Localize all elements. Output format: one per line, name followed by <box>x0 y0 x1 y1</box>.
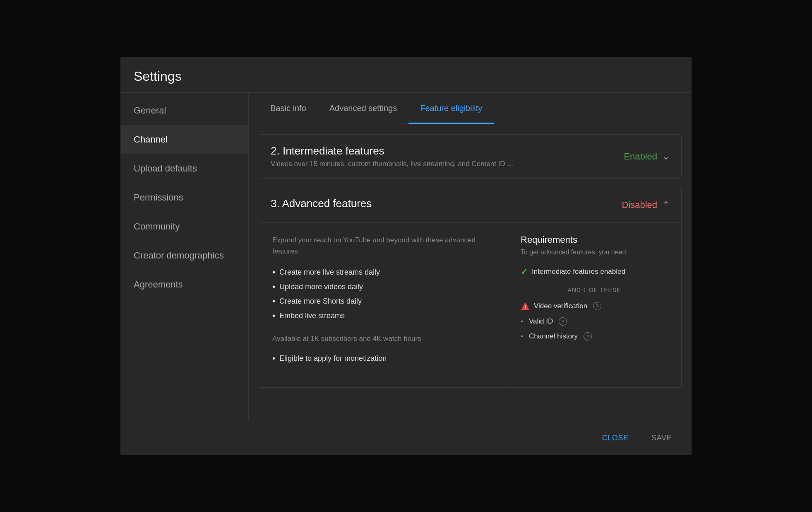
sidebar-item-agreements[interactable]: Agreements <box>120 270 248 299</box>
req-intermediate-label: Intermediate features enabled <box>532 268 625 276</box>
bullet-icon: • <box>521 332 523 341</box>
req-item-video-verification: ! Video verification ? <box>521 298 668 314</box>
advanced-sub-desc: Available at 1K subscribers and 4K watch… <box>272 333 494 344</box>
advanced-features-body: Expand your reach on YouTube and beyond … <box>259 222 681 387</box>
advanced-sub-list: Eligible to apply for monetization <box>272 351 494 366</box>
intermediate-chevron-down-icon: ⌄ <box>662 151 670 162</box>
sidebar-item-channel[interactable]: Channel <box>120 125 248 154</box>
sidebar: General Channel Upload defaults Permissi… <box>120 93 249 421</box>
settings-dialog: Settings General Channel Upload defaults… <box>120 57 692 455</box>
intermediate-features-title: 2. Intermediate features <box>271 145 624 157</box>
req-valid-id-label: Valid ID <box>529 317 553 326</box>
tab-feature-eligibility[interactable]: Feature eligibility <box>408 93 494 124</box>
sidebar-item-creator-demographics[interactable]: Creator demographics <box>120 241 248 270</box>
divider-line-left <box>521 290 564 290</box>
advanced-features-title-block: 3. Advanced features <box>271 197 622 213</box>
tab-basic-info[interactable]: Basic info <box>259 93 318 124</box>
req-channel-history-label: Channel history <box>529 332 578 341</box>
sidebar-item-upload-defaults[interactable]: Upload defaults <box>120 154 248 183</box>
valid-id-help-icon[interactable]: ? <box>559 317 567 326</box>
tabs: Basic info Advanced settings Feature eli… <box>249 93 692 124</box>
and-label: AND 1 OF THESE <box>568 287 621 293</box>
req-item-intermediate: ✓ Intermediate features enabled <box>521 263 668 280</box>
advanced-desc: Expand your reach on YouTube and beyond … <box>272 234 494 257</box>
dialog-footer: CLOSE SAVE <box>120 421 692 455</box>
tab-advanced-settings[interactable]: Advanced settings <box>318 93 408 124</box>
advanced-status-label: Disabled <box>622 200 657 210</box>
warning-icon: ! <box>521 302 530 311</box>
video-verification-help-icon[interactable]: ? <box>593 302 601 310</box>
intermediate-features-header[interactable]: 2. Intermediate features Videos over 15 … <box>259 135 681 178</box>
advanced-features-left: Expand your reach on YouTube and beyond … <box>259 223 507 387</box>
divider-line-right <box>625 290 668 290</box>
save-button[interactable]: SAVE <box>645 430 678 447</box>
check-icon: ✓ <box>521 267 528 277</box>
feature-list-item: Embed live streams <box>272 309 494 323</box>
feature-sub-list-item: Eligible to apply for monetization <box>272 351 494 366</box>
intermediate-status-label: Enabled <box>624 151 657 162</box>
dialog-header: Settings <box>120 57 692 93</box>
main-content: Basic info Advanced settings Feature eli… <box>249 93 692 421</box>
advanced-features-header[interactable]: 3. Advanced features Disabled ⌃ <box>259 187 681 222</box>
intermediate-features-title-block: 2. Intermediate features Videos over 15 … <box>271 145 624 168</box>
and-divider: AND 1 OF THESE <box>521 287 668 293</box>
advanced-chevron-up-icon: ⌃ <box>662 200 670 210</box>
advanced-features-list: Create more live streams daily Upload mo… <box>272 265 494 323</box>
dialog-body: General Channel Upload defaults Permissi… <box>120 93 692 421</box>
intermediate-features-subtitle: Videos over 15 minutes, custom thumbnail… <box>271 160 624 168</box>
feature-list-item: Create more Shorts daily <box>272 294 494 309</box>
sidebar-item-community[interactable]: Community <box>120 212 248 241</box>
req-item-channel-history: • Channel history ? <box>521 329 668 344</box>
requirements-title: Requirements <box>521 234 668 245</box>
feature-list-item: Upload more videos daily <box>272 280 494 294</box>
intermediate-features-card: 2. Intermediate features Videos over 15 … <box>259 134 682 179</box>
sidebar-item-general[interactable]: General <box>120 96 248 125</box>
req-item-valid-id: • Valid ID ? <box>521 314 668 329</box>
svg-text:!: ! <box>524 304 526 310</box>
close-button[interactable]: CLOSE <box>596 430 635 447</box>
requirements-panel: Requirements To get advanced features, y… <box>507 223 681 387</box>
advanced-features-status: Disabled ⌃ <box>622 200 670 210</box>
feature-list-item: Create more live streams daily <box>272 265 494 280</box>
dialog-title: Settings <box>134 69 678 84</box>
advanced-features-title: 3. Advanced features <box>271 197 622 210</box>
req-video-verification-label: Video verification <box>534 302 587 310</box>
requirements-subtitle: To get advanced features, you need: <box>521 249 668 256</box>
channel-history-help-icon[interactable]: ? <box>584 332 592 341</box>
bullet-icon: • <box>521 317 523 326</box>
sidebar-item-permissions[interactable]: Permissions <box>120 183 248 212</box>
advanced-features-card: 3. Advanced features Disabled ⌃ <box>259 187 682 388</box>
content-scroll[interactable]: 2. Intermediate features Videos over 15 … <box>249 124 692 421</box>
intermediate-features-status: Enabled ⌄ <box>624 151 670 162</box>
